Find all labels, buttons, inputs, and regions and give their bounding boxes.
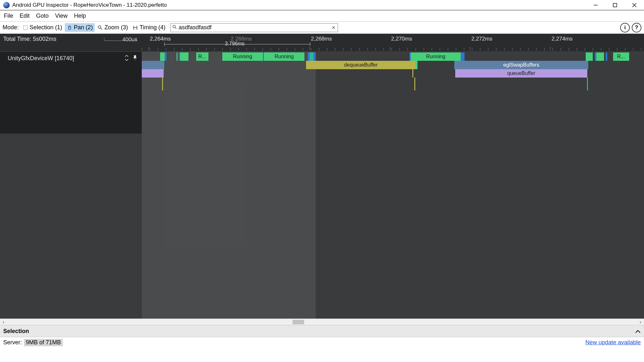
tick-minor [633,48,633,51]
timeline-slice[interactable]: R... [196,52,208,61]
timeline-slice[interactable]: R... [613,52,629,61]
timeline-slice[interactable] [416,61,418,69]
tick-minor [319,48,319,51]
maximize-button[interactable] [605,0,625,10]
tick-minor [343,48,343,51]
timeline-slice[interactable] [313,52,316,61]
menu-goto[interactable]: Goto [34,11,51,21]
scroll-track[interactable] [7,319,637,325]
timeline-slice[interactable] [142,61,164,69]
timeline-slice[interactable]: dequeueBuffer [306,61,416,69]
tick-label: 2,268ms [311,36,332,42]
mode-zoom[interactable]: Zoom (3) [95,23,130,32]
tick-minor [383,48,384,51]
timeline-slice[interactable] [162,78,163,90]
app-icon [3,2,10,8]
help-button[interactable]: ? [632,23,641,32]
server-label: Server: [3,339,22,346]
menu-file[interactable]: File [1,11,16,21]
tick-minor [504,48,505,51]
tick-major [310,47,310,51]
mode-pan[interactable]: Pan (2) [65,23,95,32]
timeline-slice[interactable] [596,52,604,61]
tick-minor [432,48,432,51]
scroll-thumb[interactable] [293,320,304,324]
tick-minor [561,48,561,51]
selection-panel[interactable]: Selection [0,325,644,337]
search-icon [171,24,178,31]
menu-view[interactable]: View [53,11,70,21]
time-ruler[interactable]: Total Time: 5s002ms 400us2,264ms2,268ms2… [0,34,644,52]
timeline-slice[interactable] [587,78,588,90]
timeline-slice[interactable] [586,52,593,61]
tick-minor [351,48,351,51]
tick-minor [585,48,585,51]
tick-minor [496,48,496,51]
tick-minor [158,48,158,51]
tracks-area[interactable]: UnityGfxDeviceW [16740] R...RunningRunni… [0,52,644,319]
mode-timing[interactable]: Timing (4) [130,23,167,32]
minimize-icon [593,3,598,7]
timeline-slice[interactable]: Running [411,52,461,61]
slice-label: Running [424,54,447,60]
tick-minor [641,48,641,51]
timeline-slice[interactable]: eglSwapBuffers [454,61,588,69]
chevron-up-icon[interactable] [635,328,641,335]
svg-rect-4 [24,26,27,30]
search-box[interactable]: ✕ [170,23,338,32]
tick-minor [472,48,472,51]
update-link[interactable]: New update available [585,339,641,346]
tick-minor [327,48,327,51]
timing-icon [132,25,138,31]
tick-minor [609,48,609,51]
clear-search-button[interactable]: ✕ [329,25,338,31]
timeline-slice[interactable] [606,52,607,61]
selection-panel-title: Selection [3,328,29,335]
tick-minor [222,48,223,51]
svg-point-5 [98,26,101,28]
svg-point-10 [173,25,176,28]
window-title: Android GPU Inspector - RopeHeroViceTown… [12,2,167,8]
selection-icon [23,25,28,31]
minimize-button[interactable] [586,0,605,10]
h-scrollbar[interactable]: ‹ › [0,319,644,325]
timeline-viewport[interactable]: Total Time: 5s002ms 400us2,264ms2,268ms2… [0,34,644,319]
timeline-slice[interactable] [180,52,188,61]
mode-label-text: Zoom (3) [104,24,128,31]
tick-minor [480,48,480,51]
timeline-slice[interactable] [177,52,178,61]
tick-minor [238,48,239,51]
timeline-slice[interactable] [414,78,415,90]
tick-minor [287,48,287,51]
timeline-slice[interactable] [310,52,313,61]
menu-help[interactable]: Help [72,11,89,21]
close-button[interactable] [625,0,644,10]
timeline-slice[interactable] [160,52,165,61]
timeline-slice[interactable] [142,69,164,78]
maximize-icon [613,3,617,7]
timeline-slice[interactable]: queueBuffer [455,69,587,78]
timeline-slice[interactable]: Running [222,52,263,61]
mode-label: Mode: [3,24,19,31]
menu-edit[interactable]: Edit [17,11,32,21]
range-label: 3.796ms [225,41,245,47]
timeline-slice[interactable] [412,69,413,78]
slice-label: Running [231,54,254,60]
mode-selection[interactable]: Selection (1) [21,23,64,32]
tick-minor [553,48,553,51]
timeline-slice[interactable]: Running [264,52,304,61]
timeline-slice[interactable] [165,52,167,61]
slice-label: R... [197,54,208,60]
search-input[interactable] [178,23,329,32]
scroll-right-button[interactable]: › [637,319,644,325]
tick-label: 2,274ms [552,36,572,42]
tick-major [390,47,390,51]
timeline-slice[interactable] [461,52,465,61]
tick-minor [391,48,392,51]
tick-minor [408,48,408,51]
scroll-left-button[interactable]: ‹ [0,319,7,325]
info-button[interactable]: i [620,23,630,32]
tick-minor [198,48,198,51]
menubar: FileEditGotoViewHelp [0,10,644,21]
tick-minor [166,48,166,51]
